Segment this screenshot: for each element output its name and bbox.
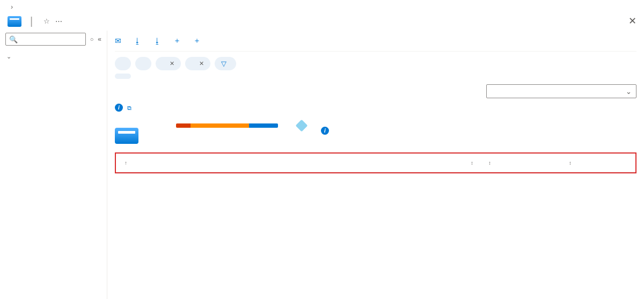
filter-commitments[interactable] — [115, 74, 131, 79]
create-digest-button[interactable]: ＋ — [193, 36, 203, 46]
recommendations-table-highlight: ↑ ↕ ↕ ↕ — [115, 152, 636, 173]
sort-asc-icon: ↑ — [125, 160, 127, 166]
external-link-icon: ⧉ — [127, 105, 131, 111]
filter-icon: ▽ — [221, 60, 226, 68]
filter-resource-group[interactable]: ✕ — [156, 57, 181, 70]
download-pdf-button[interactable]: ⭳ — [153, 37, 164, 45]
sort-icon: ↕ — [488, 160, 491, 166]
sort-icon: ↕ — [471, 160, 473, 166]
breadcrumb: › — [0, 0, 644, 14]
page-header: | ☆ ⋯ ✕ — [0, 14, 644, 31]
col-description[interactable] — [164, 154, 324, 172]
plus-icon: ＋ — [193, 36, 201, 46]
recommendations-table: ↑ ↕ ↕ ↕ — [116, 154, 635, 172]
info-icon: i — [115, 104, 123, 112]
add-filter-button[interactable]: ▽ — [215, 57, 236, 70]
grouping-select[interactable]: ⌄ — [486, 84, 636, 98]
sort-icon: ↕ — [569, 160, 572, 166]
chevron-down-icon: ⌄ — [626, 87, 632, 96]
close-icon[interactable]: ✕ — [199, 60, 204, 67]
feedback-button[interactable]: ✉ — [115, 37, 124, 45]
chevron-down-icon: ⌄ — [6, 53, 13, 60]
resource-cube-icon — [296, 120, 308, 132]
filter-type[interactable]: ✕ — [185, 57, 210, 70]
feedback-icon: ✉ — [115, 37, 121, 45]
search-input[interactable]: 🔍 — [5, 33, 86, 46]
sidebar: 🔍 ○ « ⌄ — [0, 31, 107, 299]
sidebar-group-recommendations[interactable]: ⌄ — [0, 50, 107, 63]
plus-icon: ＋ — [173, 36, 181, 46]
col-impact[interactable]: ↑ — [116, 154, 164, 172]
more-icon[interactable]: ⋯ — [55, 17, 62, 25]
download-csv-button[interactable]: ⭳ — [134, 37, 144, 45]
card-icon — [115, 128, 138, 144]
close-icon[interactable]: ✕ — [170, 60, 174, 67]
filter-status[interactable] — [135, 57, 151, 70]
filter-row: ✕ ✕ ▽ — [115, 52, 636, 74]
summary-row: i — [115, 117, 636, 151]
advisor-icon — [8, 16, 21, 27]
search-icon: 🔍 — [9, 35, 18, 43]
info-banner: i ⧉ — [115, 103, 636, 117]
collapse-sidebar-icon[interactable]: « — [98, 35, 101, 43]
impact-bar — [176, 123, 278, 128]
download-icon: ⭳ — [153, 37, 161, 45]
download-icon: ⭳ — [134, 37, 141, 45]
toolbar: ✉ ⭳ ⭳ ＋ ＋ — [115, 34, 636, 52]
close-button[interactable]: ✕ — [628, 15, 636, 27]
info-icon: i — [321, 127, 329, 135]
col-updated[interactable]: ↕ — [560, 154, 635, 172]
create-alert-button[interactable]: ＋ — [173, 36, 184, 46]
chevron-right-icon: › — [11, 3, 13, 11]
col-resources[interactable]: ↕ — [480, 154, 560, 172]
col-savings[interactable]: ↕ — [324, 154, 480, 172]
filter-subscription[interactable] — [115, 57, 131, 70]
refresh-icon[interactable]: ○ — [90, 36, 94, 42]
pin-icon[interactable]: ☆ — [43, 17, 50, 25]
